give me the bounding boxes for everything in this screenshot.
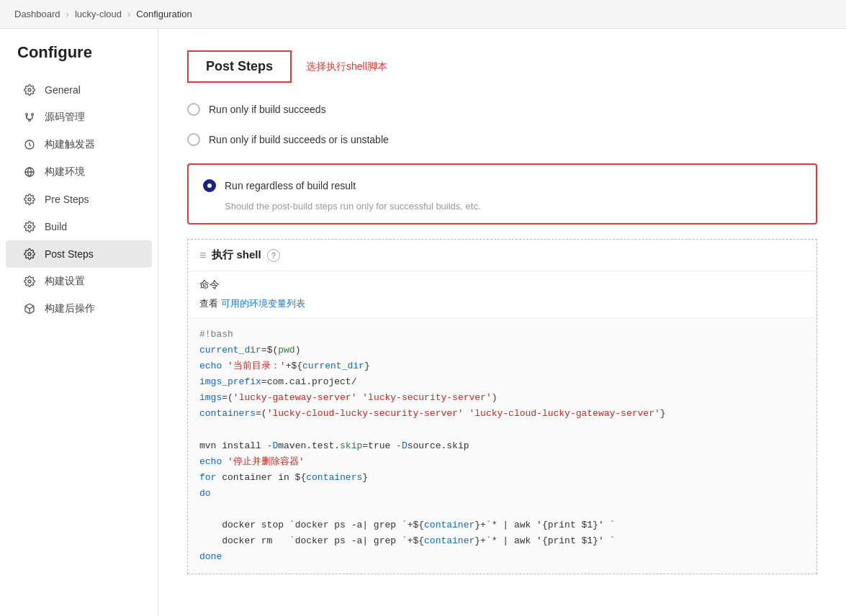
- sidebar-item-buildsettings-label: 构建设置: [45, 275, 85, 288]
- svg-point-9: [28, 253, 31, 255]
- selected-option-desc: Should the post-build steps run only for…: [203, 201, 801, 212]
- radio-option-unstable[interactable]: Run only if build succeeds or is unstabl…: [187, 130, 817, 149]
- shell-header: ≡ 执行 shell ?: [188, 240, 816, 271]
- radio-option-regardless[interactable]: Run regardless of build result: [203, 176, 801, 195]
- env-link[interactable]: 可用的环境变量列表: [221, 298, 305, 309]
- shell-section: ≡ 执行 shell ? 命令 查看 可用的环境变量列表 #!bash curr…: [187, 239, 817, 574]
- post-steps-header: Post Steps 选择执行shell脚本: [187, 50, 817, 83]
- build-gear-icon: [23, 220, 36, 233]
- breadcrumb-sep-1: ›: [66, 9, 69, 19]
- radio-circle-succeed: [187, 103, 200, 116]
- shell-help-button[interactable]: ?: [267, 249, 280, 262]
- sidebar-item-trigger-label: 构建触发器: [45, 138, 95, 151]
- sidebar-item-buildsettings[interactable]: 构建设置: [6, 268, 152, 295]
- svg-point-8: [28, 225, 31, 228]
- sidebar-item-general[interactable]: General: [6, 76, 152, 104]
- radio-circle-regardless: [203, 179, 216, 192]
- sidebar-item-source[interactable]: 源码管理: [6, 104, 152, 131]
- breadcrumb-sep-2: ›: [127, 9, 130, 19]
- sidebar: Configure General 源码管理 构建触发器: [0, 29, 158, 616]
- selected-option-box: Run regardless of build result Should th…: [187, 163, 817, 225]
- cube-icon: [23, 302, 36, 315]
- gear-icon: [23, 83, 36, 96]
- presteps-gear-icon: [23, 193, 36, 206]
- sidebar-item-poststeps-label: Post Steps: [45, 248, 94, 260]
- fork-icon: [23, 111, 36, 124]
- sidebar-item-postbuild[interactable]: 构建后操作: [6, 295, 152, 322]
- globe-icon: [23, 166, 36, 178]
- svg-point-7: [28, 198, 31, 201]
- shell-title: 执行 shell: [212, 248, 261, 262]
- sidebar-item-trigger[interactable]: 构建触发器: [6, 131, 152, 158]
- sidebar-item-source-label: 源码管理: [45, 111, 85, 124]
- svg-point-0: [28, 89, 31, 91]
- sidebar-item-build-label: Build: [45, 221, 67, 232]
- breadcrumb: Dashboard › lucky-cloud › Configuration: [0, 0, 846, 29]
- svg-point-10: [28, 280, 31, 283]
- breadcrumb-dashboard[interactable]: Dashboard: [14, 9, 60, 19]
- sidebar-item-build[interactable]: Build: [6, 213, 152, 240]
- drag-icon: ≡: [199, 249, 206, 262]
- sidebar-item-postbuild-label: 构建后操作: [45, 302, 95, 315]
- env-link-prefix: 查看: [199, 298, 221, 309]
- poststeps-gear-icon: [23, 248, 36, 261]
- clock-icon: [23, 138, 36, 151]
- radio-circle-unstable: [187, 133, 200, 146]
- sidebar-item-poststeps[interactable]: Post Steps: [6, 240, 152, 268]
- radio-label-regardless: Run regardless of build result: [225, 180, 356, 191]
- breadcrumb-configuration: Configuration: [136, 9, 192, 19]
- svg-point-2: [32, 114, 34, 116]
- code-editor[interactable]: #!bash current_dir=$(pwd) echo '当前目录：'+$…: [188, 317, 816, 574]
- breadcrumb-lucky-cloud[interactable]: lucky-cloud: [75, 9, 122, 19]
- sidebar-item-presteps-label: Pre Steps: [45, 194, 89, 205]
- sidebar-item-presteps[interactable]: Pre Steps: [6, 186, 152, 213]
- env-link-container: 查看 可用的环境变量列表: [188, 294, 816, 317]
- main-content: Post Steps 选择执行shell脚本 Run only if build…: [158, 29, 846, 616]
- radio-label-unstable: Run only if build succeeds or is unstabl…: [209, 134, 389, 145]
- cmd-label: 命令: [188, 271, 816, 294]
- buildsettings-gear-icon: [23, 275, 36, 288]
- svg-point-1: [26, 114, 28, 116]
- sidebar-item-env[interactable]: 构建环境: [6, 158, 152, 186]
- radio-label-succeed: Run only if build succeeds: [209, 104, 326, 115]
- post-steps-hint: 选择执行shell脚本: [306, 60, 387, 73]
- sidebar-item-general-label: General: [45, 84, 81, 96]
- post-steps-title: Post Steps: [187, 50, 292, 83]
- radio-option-succeed[interactable]: Run only if build succeeds: [187, 100, 817, 119]
- sidebar-title: Configure: [0, 43, 158, 76]
- radio-group: Run only if build succeeds Run only if b…: [187, 100, 817, 149]
- sidebar-item-env-label: 构建环境: [45, 166, 85, 178]
